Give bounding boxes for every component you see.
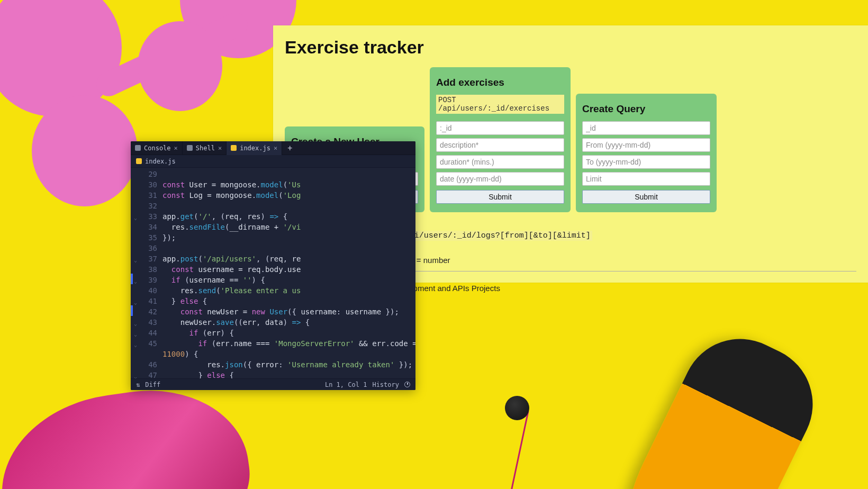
tab-label: index.js bbox=[240, 143, 270, 153]
add-tab-button[interactable]: + bbox=[282, 143, 297, 153]
to-input[interactable] bbox=[582, 155, 710, 169]
page-title: Exercise tracker bbox=[285, 37, 856, 58]
tab-label: Console bbox=[144, 143, 171, 153]
from-input[interactable] bbox=[582, 138, 710, 152]
tab-shell[interactable]: Shell × bbox=[183, 141, 227, 155]
console-icon bbox=[135, 145, 141, 151]
cursor-position: Ln 1, Col 1 bbox=[325, 379, 367, 390]
card-heading: Add exercises bbox=[436, 77, 564, 88]
date-input[interactable] bbox=[436, 172, 564, 186]
endpoint-label: POST /api/users/:_id/exercises bbox=[436, 95, 564, 114]
bg-dumbbell bbox=[32, 95, 138, 206]
close-icon[interactable]: × bbox=[274, 143, 277, 153]
js-icon bbox=[231, 145, 237, 151]
card-add-exercises: Add exercises POST /api/users/:_id/exerc… bbox=[430, 67, 571, 212]
close-icon[interactable]: × bbox=[218, 143, 222, 153]
code-content[interactable]: const User = mongoose.model('Usconst Log… bbox=[159, 168, 415, 378]
id-input[interactable] bbox=[582, 121, 710, 135]
status-bar: ⇅ Diff Ln 1, Col 1 History bbox=[131, 378, 415, 390]
tab-label: Shell bbox=[196, 143, 215, 153]
tab-console[interactable]: Console × bbox=[131, 141, 183, 155]
submit-button[interactable]: Submit bbox=[436, 190, 564, 204]
card-heading: Create Query bbox=[582, 103, 710, 115]
duration-input[interactable] bbox=[436, 155, 564, 169]
path-text: index.js bbox=[145, 158, 176, 165]
line-gutter: 29303132⌄33343536⌄3738⌄3940⌄4142⌄43⌄44⌄4… bbox=[133, 168, 159, 378]
history-icon[interactable] bbox=[404, 382, 410, 387]
code-editor: Console × Shell × index.js × + index.js … bbox=[131, 141, 415, 390]
diff-label[interactable]: Diff bbox=[145, 379, 160, 390]
history-label[interactable]: History bbox=[372, 379, 399, 390]
close-icon[interactable]: × bbox=[174, 143, 178, 153]
diff-icon[interactable]: ⇅ bbox=[136, 379, 140, 390]
limit-input[interactable] bbox=[582, 172, 710, 186]
submit-button[interactable]: Submit bbox=[582, 190, 710, 204]
js-icon bbox=[136, 158, 142, 164]
file-path: index.js bbox=[131, 155, 415, 168]
bg-cable bbox=[507, 411, 529, 489]
id-input[interactable] bbox=[436, 121, 564, 135]
bg-dumbbell bbox=[138, 21, 222, 111]
bg-earbud bbox=[505, 396, 529, 420]
bg-bottle bbox=[602, 319, 832, 489]
limit-text: = number bbox=[414, 256, 450, 265]
description-input[interactable] bbox=[436, 138, 564, 152]
tab-file[interactable]: index.js × bbox=[227, 141, 282, 155]
shell-icon bbox=[187, 145, 193, 151]
bg-shoe bbox=[0, 377, 259, 489]
card-create-query: Create Query Submit bbox=[576, 94, 717, 212]
code-area[interactable]: 29303132⌄33343536⌄3738⌄3940⌄4142⌄43⌄44⌄4… bbox=[131, 168, 415, 378]
tabs-bar: Console × Shell × index.js × + bbox=[131, 141, 415, 155]
